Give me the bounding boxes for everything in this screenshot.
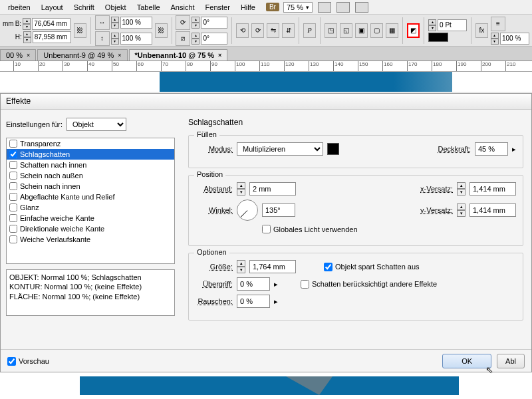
width-stepper[interactable]: ▴▾	[23, 18, 31, 30]
menu-fenster[interactable]: Fenster	[200, 3, 235, 11]
effect-checkbox[interactable]	[9, 161, 17, 169]
fit-frame-icon[interactable]: ▢	[370, 23, 383, 38]
opacity-slider-icon[interactable]: ▸	[512, 145, 516, 154]
size-input[interactable]	[249, 260, 296, 273]
height-input[interactable]	[33, 31, 71, 43]
rotate-input[interactable]	[201, 17, 227, 29]
spread-input[interactable]	[237, 277, 270, 291]
noise-slider-icon[interactable]: ▸	[274, 297, 278, 306]
stroke-pct-stepper[interactable]: ▴▾	[491, 33, 499, 45]
stroke-style-swatch[interactable]	[428, 33, 448, 42]
effect-checkbox[interactable]	[9, 225, 17, 233]
flip-h-icon[interactable]: ⇋	[267, 23, 279, 38]
menu-objekt[interactable]: Objekt	[100, 3, 132, 11]
stroke-pt-stepper[interactable]: ▴▾	[428, 19, 436, 31]
close-icon[interactable]: ×	[218, 52, 221, 59]
scale-x-input[interactable]	[120, 17, 152, 29]
view-options-icon[interactable]	[355, 2, 368, 13]
effect-item[interactable]: Glanz	[7, 202, 174, 213]
close-icon[interactable]: ×	[27, 52, 30, 59]
link-scale-icon[interactable]: ⛓	[155, 23, 168, 38]
knockout-checkbox[interactable]	[324, 263, 332, 271]
menu-hilfe[interactable]: Hilfe	[235, 3, 261, 11]
y-offset-stepper[interactable]: ▴▾	[457, 203, 466, 217]
fill-swatch-icon[interactable]: ◩	[407, 23, 420, 38]
rotate-ccw-icon[interactable]: ⟲	[236, 23, 249, 38]
menu-tabelle[interactable]: Tabelle	[132, 3, 166, 11]
rotate-stepper[interactable]: ▴▾	[192, 17, 200, 29]
scale-y-stepper[interactable]: ▴▾	[111, 33, 119, 45]
effect-item[interactable]: Schein nach außen	[7, 170, 174, 181]
y-offset-input[interactable]	[469, 203, 516, 217]
effect-item[interactable]: Schlagschatten	[7, 149, 174, 160]
scale-x-stepper[interactable]: ▴▾	[111, 17, 119, 29]
canvas-area[interactable]	[0, 72, 532, 92]
x-offset-input[interactable]	[469, 182, 516, 196]
effect-checkbox[interactable]	[9, 214, 17, 222]
honor-checkbox[interactable]	[301, 280, 309, 289]
effect-checkbox[interactable]	[9, 150, 17, 158]
stroke-pct-input[interactable]	[500, 33, 529, 45]
effect-checkbox[interactable]	[9, 235, 17, 243]
settings-for-select[interactable]: Objekt	[66, 118, 126, 131]
noise-input[interactable]	[237, 295, 270, 308]
stroke-pt-input[interactable]	[438, 19, 467, 31]
rectangle-with-shadow[interactable]	[80, 376, 459, 395]
bridge-badge[interactable]: Br	[266, 3, 279, 11]
center-content-icon[interactable]: ▦	[386, 23, 398, 38]
canvas-area-bottom[interactable]	[0, 372, 532, 399]
paragraph-icon[interactable]: P	[303, 23, 316, 38]
cancel-button[interactable]: Abl	[497, 354, 525, 368]
wrap-icon[interactable]: ≡	[491, 17, 505, 31]
distance-input[interactable]	[249, 182, 296, 196]
effect-checkbox[interactable]	[9, 182, 17, 190]
global-light-checkbox[interactable]	[262, 225, 271, 233]
effect-item[interactable]: Weiche Verlaufskante	[7, 234, 174, 245]
tab-doc-1[interactable]: Unbenannt-9 @ 49 %×	[37, 49, 127, 61]
height-stepper[interactable]: ▴▾	[23, 31, 31, 43]
effect-checkbox[interactable]	[9, 203, 17, 211]
spread-slider-icon[interactable]: ▸	[274, 280, 278, 289]
preview-checkbox[interactable]	[7, 357, 16, 366]
distance-stepper[interactable]: ▴▾	[237, 182, 245, 196]
close-icon[interactable]: ×	[118, 52, 121, 59]
effect-item[interactable]: Schatten nach innen	[7, 160, 174, 170]
angle-input[interactable]	[262, 203, 295, 217]
angle-dial[interactable]	[237, 200, 258, 221]
menu-ansicht[interactable]: Ansicht	[166, 3, 200, 11]
fx-icon[interactable]: fx	[475, 23, 488, 38]
flip-v-icon[interactable]: ⇵	[282, 23, 295, 38]
link-wh-icon[interactable]: ⛓	[74, 23, 86, 38]
effect-checkbox[interactable]	[9, 193, 17, 201]
shear-input[interactable]	[201, 33, 227, 45]
ok-button[interactable]: OK	[442, 354, 491, 368]
select-content-icon[interactable]: ◱	[340, 23, 352, 38]
effect-item[interactable]: Transparenz	[7, 138, 174, 149]
effect-item[interactable]: Abgeflachte Kante und Relief	[7, 192, 174, 202]
screen-mode-icon[interactable]	[318, 2, 331, 13]
select-container-icon[interactable]: ◳	[325, 23, 337, 38]
rotate-cw-icon[interactable]: ⟳	[251, 23, 264, 38]
effect-checkbox[interactable]	[9, 140, 17, 148]
effect-item[interactable]: Einfache weiche Kante	[7, 213, 174, 223]
zoom-select[interactable]: 75 %	[283, 2, 313, 13]
arrange-icon[interactable]	[336, 2, 350, 13]
effect-item[interactable]: Schein nach innen	[7, 181, 174, 192]
scale-y-input[interactable]	[120, 33, 152, 45]
selected-rectangle[interactable]	[160, 72, 452, 92]
effect-checkbox[interactable]	[9, 172, 17, 180]
x-offset-stepper[interactable]: ▴▾	[457, 182, 466, 196]
shear-stepper[interactable]: ▴▾	[192, 33, 200, 45]
tab-doc-0[interactable]: 00 %×	[0, 49, 36, 61]
mode-select[interactable]: Multiplizieren	[237, 142, 323, 156]
menu-edit[interactable]: rbeiten	[3, 3, 36, 11]
fit-content-icon[interactable]: ▣	[355, 23, 368, 38]
menu-layout[interactable]: Layout	[36, 3, 68, 11]
tab-doc-2[interactable]: *Unbenannt-10 @ 75 %×	[129, 49, 228, 61]
effect-item[interactable]: Direktionale weiche Kante	[7, 223, 174, 234]
shadow-color-swatch[interactable]	[327, 143, 339, 155]
opacity-input[interactable]	[475, 142, 508, 156]
size-stepper[interactable]: ▴▾	[237, 260, 245, 273]
menu-schrift[interactable]: Schrift	[68, 3, 100, 11]
width-input[interactable]	[32, 18, 70, 30]
